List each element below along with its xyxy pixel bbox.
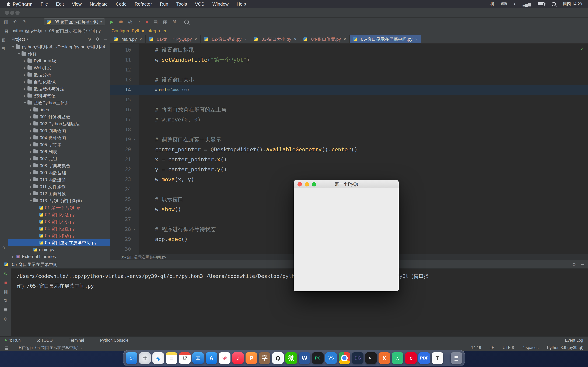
line-number[interactable]: 11 [110, 55, 131, 65]
settings-icon[interactable]: ⚙ [95, 37, 99, 42]
clear-console-button[interactable]: ⊗ [4, 316, 8, 322]
debug-button[interactable]: ◉ [119, 19, 123, 25]
commit-tool-icon[interactable]: ⊟ [1, 46, 5, 51]
menu-item-code[interactable]: Code [116, 1, 127, 7]
pyqt-close-button[interactable] [297, 182, 302, 186]
tab-active[interactable]: 05-窗口显示在屏幕中间.py× [350, 35, 421, 43]
tree-expand-icon[interactable]: ▸ [28, 122, 34, 126]
tree-expand-icon[interactable]: ▾ [11, 45, 16, 49]
tree-expand-icon[interactable]: ▾ [28, 199, 34, 203]
menu-item-file[interactable]: File [41, 1, 48, 7]
dock-launchpad[interactable]: ⌗ [139, 352, 151, 364]
tree-expand-icon[interactable]: ▸ [28, 136, 34, 140]
menu-bar-clock[interactable]: 周四 14:29 [563, 1, 582, 7]
dock-pdf-expert[interactable]: PDF [418, 352, 430, 364]
tool-button-todo[interactable]: 6: TODO [37, 338, 53, 343]
scroll-to-end-button[interactable]: ⇅ [4, 298, 8, 304]
run-tab-label[interactable]: 05-窗口显示在屏幕中间 [12, 262, 58, 267]
dock-typora[interactable]: T [432, 352, 443, 364]
tab-close-icon[interactable]: × [344, 37, 346, 42]
dock-xmind[interactable]: X [379, 352, 390, 364]
tool-button-run[interactable]: 4: Run [5, 338, 21, 343]
tree-item[interactable]: ▸004-循环语句 [8, 134, 110, 141]
tab-close-icon[interactable]: × [415, 37, 417, 42]
menu-item-refactor[interactable]: Refactor [135, 1, 152, 7]
tree-item[interactable]: ▾python虚拟环境 ~/Desktop/python虚拟环境 [8, 43, 110, 50]
tree-item[interactable]: ▸数据结构与算法 [8, 85, 110, 92]
tab[interactable]: 03-窗口大小.py× [250, 35, 300, 43]
tree-item[interactable]: ▸Python高级 [8, 57, 110, 64]
breadcrumb-item[interactable]: 05-窗口显示在屏幕中间.py [49, 28, 101, 34]
stop-button[interactable]: ■ [4, 280, 7, 285]
menu-item-window[interactable]: Window [212, 1, 229, 7]
tool-button-event-log[interactable]: Event Log [565, 338, 583, 343]
tree-expand-icon[interactable]: ▸ [23, 66, 27, 70]
star-icon[interactable]: ☆ [2, 245, 6, 250]
dock-qq-music[interactable]: ♫ [392, 352, 403, 364]
tree-expand-icon[interactable]: ▸ [23, 94, 27, 98]
line-number[interactable]: 14 [110, 85, 131, 95]
hide-icon[interactable]: ─ [104, 37, 107, 42]
search-everywhere-icon[interactable] [184, 20, 189, 24]
dock-safari[interactable]: ◈ [152, 352, 164, 364]
tree-expand-icon[interactable]: ▾ [17, 52, 22, 56]
redo-icon[interactable]: ↷ [22, 19, 26, 25]
project-tool-icon[interactable]: ▥ [1, 37, 5, 42]
dock-finder[interactable]: ☺ [126, 352, 137, 364]
apple-menu-icon[interactable] [6, 2, 10, 7]
settings-icon[interactable]: ⚙ [572, 262, 576, 267]
layout-button[interactable]: ▦ [163, 19, 167, 25]
window-zoom-button[interactable] [15, 11, 20, 15]
line-number[interactable]: 25 [110, 194, 131, 204]
line-number[interactable]: 15 [110, 95, 131, 105]
tree-item[interactable]: main.py [8, 246, 110, 253]
status-widget-3[interactable]: 4 spaces [523, 345, 539, 350]
tree-expand-icon[interactable]: ▸ [28, 157, 34, 161]
status-widget-2[interactable]: UTF-8 [503, 345, 514, 350]
run-button[interactable]: ▶ [110, 19, 114, 25]
tab[interactable]: main.py× [110, 35, 146, 43]
tree-expand-icon[interactable]: ▸ [11, 255, 16, 259]
pyqt-minimize-button[interactable] [305, 182, 309, 186]
tree-item[interactable]: ▸资料与笔记 [8, 92, 110, 99]
dock-chrome[interactable] [339, 352, 350, 364]
line-number[interactable]: 17 [110, 115, 131, 125]
tree-item[interactable]: ▸012-面向对象 [8, 190, 110, 197]
tree-expand-icon[interactable]: ▸ [28, 164, 34, 168]
dock-mail[interactable]: ✉ [192, 352, 204, 364]
line-number[interactable]: 29 [110, 234, 131, 244]
coverage-button[interactable]: ◎ [128, 19, 132, 25]
status-widget-4[interactable]: Python 3.9 (py39-qt) [547, 345, 583, 350]
tree-item[interactable]: 01-第一个PyQt.py [8, 204, 110, 211]
dock-terminal[interactable]: >_ [365, 352, 377, 364]
line-number[interactable]: 13 [110, 75, 131, 85]
tree-item[interactable]: 02-窗口标题.py [8, 211, 110, 218]
tree-item[interactable]: ▸010-函数进阶 [8, 176, 110, 183]
tool-button-python-console[interactable]: Python Console [100, 338, 129, 343]
fold-marker-icon[interactable]: › [133, 134, 135, 144]
line-number[interactable]: 21 [110, 154, 131, 165]
restore-layout-button[interactable]: ▦ [3, 289, 8, 294]
line-number[interactable]: 19 [110, 134, 131, 144]
project-view-icon[interactable]: ▥ [4, 19, 8, 25]
menu-item-pycharm[interactable]: PyCharm [13, 1, 33, 7]
dock-dictionary[interactable]: 字 [259, 352, 270, 364]
line-number[interactable]: 28 [110, 224, 131, 234]
menu-item-view[interactable]: View [72, 1, 82, 7]
dock-qq[interactable]: Q [272, 352, 284, 364]
line-number[interactable]: 26 [110, 204, 131, 214]
tree-item[interactable]: ▾传智 [8, 50, 110, 57]
battery-icon[interactable] [538, 2, 545, 6]
tree-expand-icon[interactable]: ▸ [28, 150, 34, 154]
input-source-icon[interactable]: 拼 [490, 1, 494, 7]
spotlight-icon[interactable] [552, 2, 556, 6]
settings-wrench-button[interactable]: ⚒ [173, 19, 177, 25]
tree-expand-icon[interactable]: ▸ [23, 87, 27, 91]
line-number[interactable]: 10 [110, 45, 131, 55]
tree-item[interactable]: ▸005-字符串 [8, 141, 110, 148]
menu-item-help[interactable]: Help [237, 1, 246, 7]
ide-title-bar[interactable] [0, 8, 588, 18]
tab-close-icon[interactable]: × [294, 37, 296, 42]
tree-item[interactable]: ▸002-Python基础语法 [8, 120, 110, 127]
dock-app-store[interactable]: A [206, 352, 217, 364]
